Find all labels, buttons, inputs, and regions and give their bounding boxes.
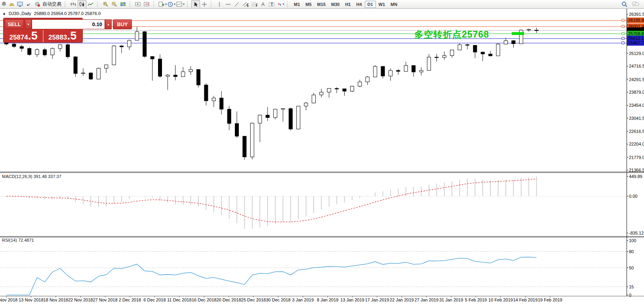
time-tick-label: 11 Dec 2018 bbox=[167, 297, 192, 302]
candle bbox=[158, 59, 162, 76]
rsi-tick-label: 15 bbox=[629, 284, 634, 289]
signal-icon[interactable] bbox=[25, 0, 33, 9]
candle bbox=[496, 44, 500, 56]
candle bbox=[419, 70, 423, 72]
line-chart-icon[interactable] bbox=[86, 0, 95, 9]
autotrading-icon[interactable] bbox=[33, 0, 42, 9]
line-endpoint-marker bbox=[622, 42, 624, 44]
candle bbox=[450, 50, 454, 55]
candlestick-chart-icon[interactable] bbox=[78, 0, 86, 9]
chart-header: ▲ DJ30-,Daily 25880.0 25954.0 25787.0 25… bbox=[2, 11, 101, 16]
chevron-down-icon: ▾ bbox=[174, 2, 175, 6]
tab-m15[interactable]: M15 bbox=[314, 1, 328, 8]
candle bbox=[151, 57, 154, 59]
fibonacci-icon[interactable]: F bbox=[250, 0, 259, 9]
svg-text:F: F bbox=[256, 3, 257, 7]
tab-m1[interactable]: M1 bbox=[291, 1, 303, 8]
volume-input[interactable] bbox=[32, 19, 105, 29]
bar-chart-icon[interactable] bbox=[69, 0, 78, 9]
macd-tick-label: -835.12 bbox=[629, 231, 644, 235]
auto-scroll-icon[interactable] bbox=[134, 0, 143, 9]
candle bbox=[343, 89, 346, 91]
vertical-line-icon[interactable] bbox=[215, 0, 224, 9]
time-tick-label: 8 Nov 2018 bbox=[0, 297, 17, 302]
symbol-title: DJ30-,Daily bbox=[9, 11, 31, 16]
template-icon[interactable]: ▾ bbox=[176, 0, 185, 9]
buy-price-frac: .5 bbox=[67, 31, 76, 41]
candle bbox=[12, 44, 16, 46]
tile-windows-icon[interactable] bbox=[119, 0, 128, 9]
sell-button[interactable]: SELL bbox=[5, 19, 24, 29]
chat-icon[interactable] bbox=[631, 0, 640, 9]
candle bbox=[373, 66, 377, 77]
tab-m5[interactable]: M5 bbox=[303, 1, 314, 8]
price-tick-label: 24291.5 bbox=[629, 77, 644, 82]
macd-indicator-label: MACD(12,26,9) 391.48 337.37 bbox=[2, 174, 61, 179]
chart-canvas[interactable]: 26391.525129.024716.524291.523879.023454… bbox=[0, 0, 644, 305]
time-tick-label: 25 Dec 2018 bbox=[241, 297, 266, 302]
time-tick-label: 3 Jan 2019 bbox=[292, 297, 314, 302]
candle bbox=[320, 92, 323, 95]
buy-price[interactable]: 25883 .5 bbox=[44, 30, 82, 42]
tab-mn[interactable]: MN bbox=[388, 1, 400, 8]
collapse-panel-icon[interactable]: ▲ bbox=[2, 11, 6, 15]
buy-button[interactable]: BUY bbox=[113, 19, 132, 29]
candle bbox=[105, 65, 108, 68]
text-label-icon[interactable]: T bbox=[267, 0, 276, 9]
time-tick-label: 22 Nov 2018 bbox=[68, 297, 93, 302]
candle bbox=[20, 47, 23, 49]
price-tick-label: 22204.0 bbox=[629, 142, 644, 146]
price-label-text: 25612.1 bbox=[628, 36, 644, 41]
price-tick-label: 23041.5 bbox=[629, 116, 644, 121]
price-tick-label: 23454.0 bbox=[629, 103, 644, 108]
crosshair-icon[interactable] bbox=[200, 0, 209, 9]
tab-h1[interactable]: H1 bbox=[342, 1, 353, 8]
candle bbox=[220, 98, 223, 109]
trade-panel-controls: SELL ▼ ▲ BUY bbox=[5, 19, 81, 29]
tab-w1[interactable]: W1 bbox=[376, 1, 388, 8]
chart-shift-icon[interactable] bbox=[143, 0, 151, 9]
search-icon[interactable] bbox=[620, 0, 629, 9]
arrows-icon[interactable]: ▾ bbox=[276, 0, 285, 9]
tab-h4[interactable]: H4 bbox=[353, 1, 364, 8]
volume-decrease-button[interactable]: ▼ bbox=[25, 19, 32, 29]
tab-d1[interactable]: D1 bbox=[365, 1, 376, 8]
toolbar-grip bbox=[211, 1, 213, 7]
trade-panel-prices: 25874 .5 25883 .5 bbox=[5, 30, 81, 42]
cursor-icon[interactable] bbox=[191, 0, 200, 9]
pivot-highlight-segment bbox=[512, 32, 524, 35]
zoom-in-icon[interactable] bbox=[101, 0, 110, 9]
horizontal-line-icon[interactable] bbox=[224, 0, 232, 9]
gold-icon[interactable] bbox=[7, 0, 16, 9]
rsi-tick-label: 50 bbox=[629, 265, 634, 270]
volume-increase-button[interactable]: ▲ bbox=[105, 19, 112, 29]
mt4-window: { "toolbar": { "left_partial_label": "单"… bbox=[0, 0, 644, 305]
toolbar-grip bbox=[187, 1, 189, 7]
time-tick-label: 8 Jan 2019 bbox=[317, 297, 338, 302]
sell-price[interactable]: 25874 .5 bbox=[5, 30, 42, 42]
toolbar-grip bbox=[97, 1, 99, 7]
tab-m30[interactable]: M30 bbox=[328, 1, 342, 8]
zoom-out-icon[interactable] bbox=[110, 0, 119, 9]
candle bbox=[527, 30, 531, 30]
text-icon[interactable]: A bbox=[259, 0, 267, 9]
candle bbox=[74, 57, 77, 74]
candle bbox=[519, 30, 523, 44]
period-icon[interactable]: ▾ bbox=[167, 0, 176, 9]
candle bbox=[35, 50, 39, 55]
candle bbox=[250, 123, 254, 157]
toolbar-grip bbox=[130, 1, 132, 7]
trendline-icon[interactable] bbox=[232, 0, 241, 9]
volume-stepper: ▼ ▲ bbox=[25, 19, 112, 29]
new-order-icon[interactable]: ▾ bbox=[158, 0, 167, 9]
new-order-partial-button[interactable]: 单 bbox=[2, 1, 6, 8]
time-tick-label: 22 Jan 2019 bbox=[390, 297, 414, 302]
one-click-trade-panel: SELL ▼ ▲ BUY 25874 .5 25883 .5 bbox=[3, 18, 83, 43]
rsi-line bbox=[6, 257, 537, 295]
candle bbox=[396, 70, 400, 71]
equidistant-channel-icon[interactable]: E bbox=[241, 0, 250, 9]
autotrading-label[interactable]: 自动交易 bbox=[42, 1, 61, 8]
terminal-icon[interactable] bbox=[16, 0, 25, 9]
time-tick-label: 2 Dec 2018 bbox=[119, 297, 141, 302]
macd-tick-label: 449.89 bbox=[629, 174, 642, 179]
